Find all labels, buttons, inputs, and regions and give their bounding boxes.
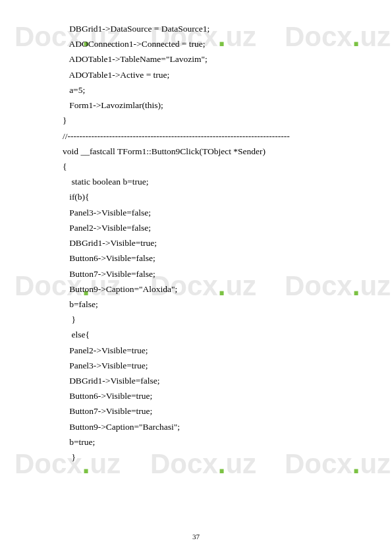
code-line: if(b){ [63, 189, 346, 204]
page-number: 37 [0, 533, 392, 540]
code-line: Form1->Lavozimlar(this); [63, 98, 346, 113]
code-line: DBGrid1->Visible=false; [63, 373, 346, 388]
document-body: DBGrid1->DataSource = DataSource1; ADOCo… [0, 0, 392, 478]
code-line: Button9->Caption="Aloxida"; [63, 281, 346, 297]
code-line: else{ [63, 327, 346, 342]
code-line: b=false; [63, 297, 346, 312]
code-line: b=true; [63, 434, 346, 450]
code-line: ADOConnection1->Connected = true; [63, 36, 346, 51]
code-line: } [63, 312, 346, 327]
code-line: Panel2->Visible=false; [63, 220, 346, 235]
code-line: Panel3->Visible=true; [63, 358, 346, 373]
code-line: Button9->Caption="Barchasi"; [63, 419, 346, 434]
code-line: void __fastcall TForm1::Button9Click(TOb… [63, 144, 346, 159]
code-line: } [63, 450, 346, 465]
code-line: DBGrid1->DataSource = DataSource1; [63, 21, 346, 36]
code-line: ADOTable1->TableName="Lavozim"; [63, 51, 346, 67]
code-line: DBGrid1->Visible=true; [63, 235, 346, 250]
code-line: Button7->Visible=true; [63, 403, 346, 419]
code-line: Button6->Visible=true; [63, 388, 346, 403]
code-line: Panel3->Visible=false; [63, 205, 346, 220]
code-line: } [63, 113, 346, 128]
code-line: static boolean b=true; [63, 174, 346, 189]
code-line: Panel2->Visible=true; [63, 343, 346, 358]
code-line: ADOTable1->Active = true; [63, 67, 346, 82]
code-line: a=5; [63, 82, 346, 98]
code-line: //--------------------------------------… [63, 129, 346, 144]
code-line: Button7->Visible=false; [63, 266, 346, 281]
code-line: { [63, 159, 346, 174]
code-line: Button6->Visible=false; [63, 250, 346, 266]
